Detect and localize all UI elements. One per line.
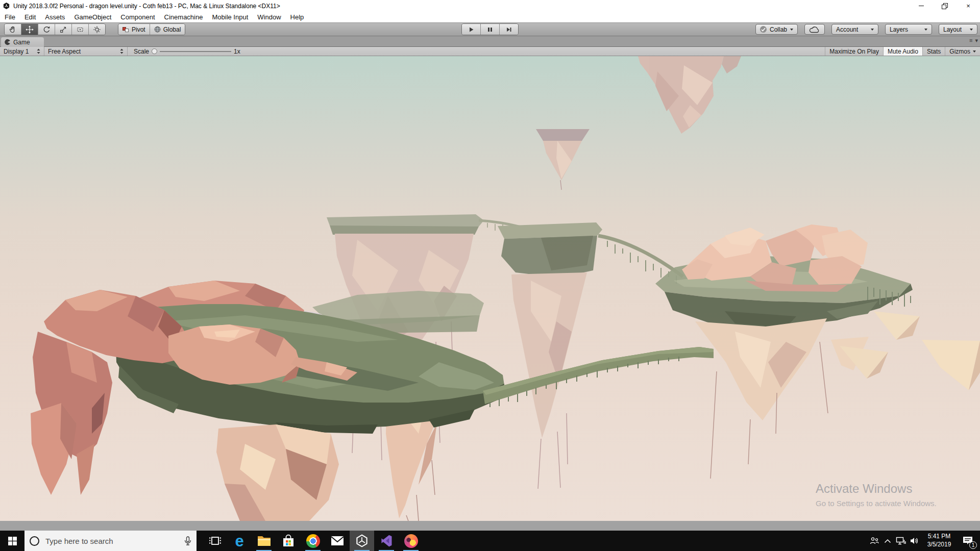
microphone-icon[interactable] <box>184 536 191 546</box>
cloud-button[interactable] <box>804 24 825 35</box>
transform-tools <box>4 23 106 35</box>
play-icon <box>468 26 475 33</box>
search-input[interactable] <box>44 536 164 546</box>
taskbar-chrome[interactable] <box>301 531 325 551</box>
tab-game[interactable]: Game <box>1 37 44 47</box>
step-button[interactable] <box>500 24 518 35</box>
layers-dropdown[interactable]: Layers <box>885 24 932 35</box>
play-button[interactable] <box>462 24 481 35</box>
pivot-label: Pivot <box>132 26 145 33</box>
notification-badge: 1 <box>969 541 977 549</box>
cortana-icon <box>30 536 39 546</box>
restore-icon <box>942 3 948 9</box>
gizmos-caret-icon <box>973 51 976 53</box>
collab-label: Collab <box>770 26 787 33</box>
layers-caret-icon <box>924 29 927 31</box>
maximize-on-play-label: Maximize On Play <box>829 48 879 55</box>
action-center-button[interactable]: 1 <box>958 531 978 551</box>
step-icon <box>505 26 512 33</box>
network-icon <box>896 537 906 545</box>
scale-slider-knob[interactable] <box>152 48 157 54</box>
tab-menu-caret-icon[interactable]: ▾ <box>975 38 978 43</box>
visual-studio-icon <box>379 534 394 548</box>
game-tab-label: Game <box>13 39 30 46</box>
taskbar-store[interactable] <box>276 531 301 551</box>
menu-edit[interactable]: Edit <box>20 13 40 21</box>
stats-toggle[interactable]: Stats <box>922 47 945 56</box>
game-viewport[interactable]: Activate Windows Go to Settings to activ… <box>0 56 980 521</box>
taskbar-edge[interactable]: e <box>227 531 252 551</box>
collab-caret-icon <box>790 29 793 31</box>
cloud-icon <box>809 26 820 33</box>
display-dropdown-value: Display 1 <box>4 48 29 55</box>
task-view-button[interactable] <box>203 531 227 551</box>
scale-label: Scale <box>134 48 149 55</box>
scale-slider-track[interactable] <box>160 51 231 52</box>
display-dropdown[interactable]: Display 1 <box>0 47 44 56</box>
mail-icon <box>330 535 345 546</box>
layers-label: Layers <box>890 26 908 33</box>
gizmos-label: Gizmos <box>949 48 970 55</box>
network-button[interactable] <box>894 531 908 551</box>
island-top-right <box>638 56 741 134</box>
system-tray: 5:41 PM 3/5/2019 1 <box>868 531 980 551</box>
minimize-button[interactable] <box>910 0 933 12</box>
edge-icon: e <box>235 533 243 549</box>
tray-expand-button[interactable] <box>881 531 894 551</box>
island-mid-sky <box>536 129 590 190</box>
game-view-icon <box>4 39 11 45</box>
transform-icon <box>93 26 101 34</box>
pause-button[interactable] <box>481 24 500 35</box>
floating-shards <box>840 311 980 390</box>
taskbar-search[interactable] <box>24 531 197 551</box>
menu-help[interactable]: Help <box>286 13 309 21</box>
account-dropdown[interactable]: Account <box>831 24 878 35</box>
taskbar-unity[interactable] <box>350 531 374 551</box>
volume-button[interactable] <box>908 531 921 551</box>
hand-tool-button[interactable] <box>5 24 21 35</box>
menu-file[interactable]: File <box>0 13 20 21</box>
maximize-on-play-toggle[interactable]: Maximize On Play <box>825 47 883 56</box>
floating-islands-scene <box>0 56 980 521</box>
menu-bar: File Edit Assets GameObject Component Ci… <box>0 12 980 22</box>
taskbar-firefox[interactable] <box>399 531 423 551</box>
menu-mobile-input[interactable]: Mobile Input <box>207 13 253 21</box>
windows-logo-icon <box>8 537 17 545</box>
aspect-dropdown[interactable]: Free Aspect <box>44 47 128 56</box>
taskbar-file-explorer[interactable] <box>252 531 276 551</box>
start-button[interactable] <box>0 531 24 551</box>
collab-button[interactable]: Collab <box>755 24 798 35</box>
menu-assets[interactable]: Assets <box>40 13 69 21</box>
scale-tool-button[interactable] <box>55 24 72 35</box>
menu-component[interactable]: Component <box>116 13 159 21</box>
pause-icon <box>486 26 494 33</box>
global-button[interactable]: Global <box>150 24 185 35</box>
menu-gameobject[interactable]: GameObject <box>69 13 116 21</box>
menu-cinemachine[interactable]: Cinemachine <box>160 13 208 21</box>
taskbar-mail[interactable] <box>325 531 350 551</box>
mute-audio-label: Mute Audio <box>888 48 918 55</box>
layout-dropdown[interactable]: Layout <box>939 24 977 35</box>
taskbar-visual-studio[interactable] <box>374 531 399 551</box>
rotate-icon <box>42 26 51 34</box>
menu-window[interactable]: Window <box>253 13 285 21</box>
layout-caret-icon <box>970 29 973 31</box>
restore-button[interactable] <box>933 0 957 12</box>
move-tool-button[interactable] <box>21 24 38 35</box>
pivot-button[interactable]: Pivot <box>118 24 150 35</box>
globe-icon <box>154 26 161 33</box>
gizmos-dropdown[interactable]: Gizmos <box>945 47 980 56</box>
clock[interactable]: 5:41 PM 3/5/2019 <box>923 533 955 548</box>
minimize-icon <box>919 6 924 6</box>
task-view-icon <box>208 534 222 548</box>
speaker-icon <box>910 537 919 545</box>
transform-tool-button[interactable] <box>89 24 105 35</box>
rotate-tool-button[interactable] <box>38 24 55 35</box>
unity-icon <box>355 534 369 548</box>
chrome-icon <box>306 534 320 548</box>
close-button[interactable]: × <box>957 0 980 12</box>
mute-audio-toggle[interactable]: Mute Audio <box>883 47 922 56</box>
tab-list-icon[interactable]: ≡ <box>969 38 972 43</box>
rect-tool-button[interactable] <box>72 24 89 35</box>
people-button[interactable] <box>868 531 881 551</box>
